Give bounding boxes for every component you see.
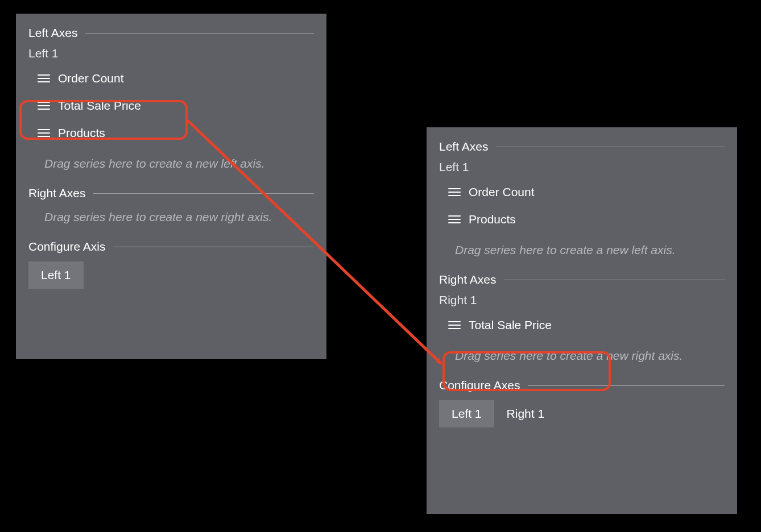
configure-axis-header: Configure Axis xyxy=(28,240,314,253)
drag-handle-icon[interactable] xyxy=(38,102,50,110)
configure-axes-header-label: Configure Axes xyxy=(439,379,520,392)
left-axes-header-label: Left Axes xyxy=(28,26,77,40)
right-axes-header-label: Right Axes xyxy=(439,273,496,286)
drag-handle-icon[interactable] xyxy=(448,188,461,196)
series-order-count[interactable]: Order Count xyxy=(445,178,725,206)
series-products[interactable]: Products xyxy=(34,119,314,147)
new-right-axis-dropzone[interactable]: Drag series here to create a new right a… xyxy=(44,210,314,224)
tab-right1[interactable]: Right 1 xyxy=(494,400,557,427)
axis-name-left1[interactable]: Left 1 xyxy=(28,47,314,60)
series-label: Order Count xyxy=(58,72,124,85)
series-label: Total Sale Price xyxy=(58,99,141,113)
tab-left1[interactable]: Left 1 xyxy=(439,400,494,427)
drag-handle-icon[interactable] xyxy=(38,74,50,82)
divider xyxy=(496,147,725,147)
right-axes-header-label: Right Axes xyxy=(28,186,85,200)
right-axes-header: Right Axes xyxy=(28,186,314,200)
configure-axes-header: Configure Axes xyxy=(439,379,725,392)
left1-series-list: Order Count Products xyxy=(445,178,725,233)
divider xyxy=(85,33,314,34)
new-right-axis-dropzone[interactable]: Drag series here to create a new right a… xyxy=(455,349,725,363)
series-label: Total Sale Price xyxy=(469,318,552,332)
drag-handle-icon[interactable] xyxy=(38,129,50,137)
configure-axis-header-label: Configure Axis xyxy=(28,240,105,253)
left-axes-header: Left Axes xyxy=(28,26,314,40)
divider xyxy=(528,385,725,386)
axes-config-panel-before: Left Axes Left 1 Order Count Total Sale … xyxy=(16,14,326,359)
series-total-sale-price[interactable]: Total Sale Price xyxy=(34,92,314,119)
new-left-axis-dropzone[interactable]: Drag series here to create a new left ax… xyxy=(455,243,725,257)
configure-axes-tabs: Left 1 Right 1 xyxy=(439,400,725,427)
new-left-axis-dropzone[interactable]: Drag series here to create a new left ax… xyxy=(44,157,314,171)
series-label: Products xyxy=(469,213,516,226)
series-order-count[interactable]: Order Count xyxy=(34,65,314,92)
left1-series-list: Order Count Total Sale Price Products xyxy=(34,65,314,147)
series-label: Products xyxy=(58,126,105,140)
right-axes-header: Right Axes xyxy=(439,273,725,286)
series-total-sale-price[interactable]: Total Sale Price xyxy=(445,311,725,339)
left-axes-header: Left Axes xyxy=(439,140,725,153)
divider xyxy=(504,280,725,280)
left-axes-header-label: Left Axes xyxy=(439,140,488,153)
configure-axis-tabs: Left 1 xyxy=(28,261,314,289)
series-label: Order Count xyxy=(469,185,535,199)
right1-series-list: Total Sale Price xyxy=(445,311,725,339)
axes-config-panel-after: Left Axes Left 1 Order Count Products Dr… xyxy=(427,127,737,514)
divider xyxy=(93,193,314,194)
series-products[interactable]: Products xyxy=(445,206,725,233)
divider xyxy=(113,247,314,247)
drag-handle-icon[interactable] xyxy=(448,215,461,223)
drag-handle-icon[interactable] xyxy=(448,321,461,329)
tab-left1[interactable]: Left 1 xyxy=(28,261,84,289)
axis-name-right1[interactable]: Right 1 xyxy=(439,293,725,307)
axis-name-left1[interactable]: Left 1 xyxy=(439,160,725,174)
